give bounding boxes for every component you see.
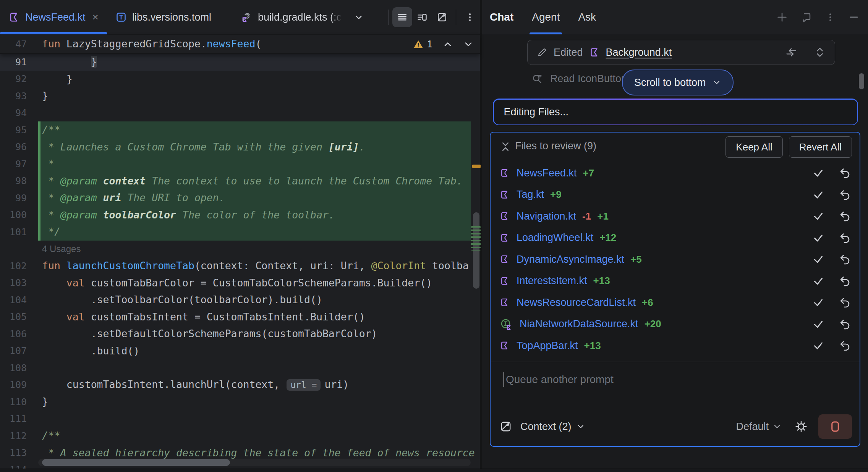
tab-libs-versions-toml[interactable]: T libs.versions.toml — [107, 0, 220, 34]
file-link[interactable]: NiaNetworkDataSource.kt — [520, 318, 638, 330]
usages-inlay-hint[interactable]: 4 Usages — [0, 241, 480, 258]
code-area[interactable]: 91 }92 }93}9495/**96 * Launches a Custom… — [0, 53, 480, 472]
chat-history-icon[interactable] — [801, 11, 812, 23]
code-line[interactable]: 101 */ — [0, 223, 480, 241]
code-line[interactable]: 96 * Launches a Custom Chrome Tab with t… — [0, 139, 480, 156]
stop-generation-button[interactable] — [818, 414, 852, 439]
file-link[interactable]: TopAppBar.kt — [517, 340, 578, 352]
code-line[interactable]: 103 val customTabBarColor = CustomTabCol… — [0, 275, 480, 292]
file-link[interactable]: LoadingWheel.kt — [517, 232, 593, 244]
revert-file-icon[interactable] — [838, 210, 850, 222]
code-line[interactable]: 110} — [0, 393, 480, 411]
expand-card-icon[interactable] — [814, 47, 826, 58]
file-link[interactable]: DynamicAsyncImage.kt — [517, 254, 624, 265]
file-link[interactable]: NewsResourceCardList.kt — [517, 297, 636, 309]
code-line[interactable]: 105 val customTabsIntent = CustomTabsInt… — [0, 309, 480, 326]
file-link[interactable]: Tag.kt — [517, 189, 544, 200]
code-line[interactable]: 111 — [0, 411, 480, 428]
keep-file-icon[interactable] — [812, 339, 824, 352]
code-line[interactable]: 104 .setToolbarColor(toolbarColor).build… — [0, 291, 480, 309]
editor-horizontal-scrollbar-thumb[interactable] — [42, 459, 230, 466]
file-link[interactable]: NewsFeed.kt — [517, 167, 577, 179]
settings-gear-icon[interactable] — [795, 420, 808, 433]
keep-file-icon[interactable] — [812, 167, 824, 179]
tab-newsfeed-kt[interactable]: NewsFeed.kt × — [0, 0, 107, 34]
code-line[interactable]: 99 * @param uri The URI to open. — [0, 189, 480, 207]
revert-file-icon[interactable] — [838, 232, 850, 244]
keep-file-icon[interactable] — [812, 210, 824, 222]
code-line[interactable]: 100 * @param toolbarColor The color of t… — [0, 207, 480, 224]
view-list-button[interactable] — [392, 7, 412, 27]
edited-file-link[interactable]: Background.kt — [606, 47, 672, 58]
toml-file-icon: T — [115, 11, 127, 23]
code-line[interactable]: 109 customTabsIntent.launchUrl(context, … — [0, 377, 480, 394]
prompt-input[interactable]: Queue another prompt — [504, 372, 614, 387]
revert-file-icon[interactable] — [838, 318, 850, 330]
panel-more-menu-icon[interactable] — [825, 12, 835, 22]
view-preview-button[interactable] — [432, 7, 452, 27]
revert-file-icon[interactable] — [838, 275, 850, 287]
revert-all-button[interactable]: Revert All — [789, 136, 852, 158]
revert-file-icon[interactable] — [838, 339, 850, 352]
code-line[interactable]: 92 } — [0, 71, 480, 88]
view-split-button[interactable] — [412, 7, 432, 27]
attach-image-icon[interactable] — [500, 420, 512, 433]
tab-agent[interactable]: Agent — [532, 0, 560, 34]
tab-ask[interactable]: Ask — [578, 0, 596, 34]
file-review-row: DynamicAsyncImage.kt+5 — [491, 249, 860, 270]
error-stripe-diff-marks[interactable] — [471, 226, 481, 251]
previous-warning-icon[interactable] — [442, 39, 453, 50]
code-line[interactable]: 93} — [0, 87, 480, 105]
revert-file-icon[interactable] — [838, 189, 850, 201]
code-line[interactable]: 97 * — [0, 155, 480, 173]
code-line[interactable]: 102fun launchCustomChromeTab(context: Co… — [0, 257, 480, 275]
usages-count-label[interactable]: 4 Usages — [42, 244, 81, 254]
minimize-panel-icon[interactable] — [848, 11, 860, 23]
chevron-down-icon[interactable] — [354, 12, 364, 22]
keep-file-icon[interactable] — [812, 232, 824, 244]
error-stripe-warning-mark[interactable] — [472, 165, 481, 168]
chevron-down-icon[interactable] — [772, 422, 782, 431]
next-warning-icon[interactable] — [463, 39, 474, 50]
keep-file-icon[interactable] — [812, 253, 824, 265]
code-line[interactable]: 108 — [0, 359, 480, 377]
close-tab-icon[interactable]: × — [92, 11, 99, 23]
scroll-to-bottom-button[interactable]: Scroll to bottom — [622, 70, 734, 95]
code-text: } — [42, 53, 480, 71]
code-line[interactable]: 107 .build() — [0, 343, 480, 360]
sticky-function-header[interactable]: 47 fun LazyStaggeredGridScope.newsFeed( … — [0, 35, 480, 54]
keep-file-icon[interactable] — [812, 318, 824, 330]
revert-file-icon[interactable] — [838, 253, 850, 265]
keep-file-icon[interactable] — [812, 296, 824, 309]
code-line[interactable]: 112/** — [0, 427, 480, 445]
tab-build-gradle-kts[interactable]: build.gradle.kts (:c — [231, 0, 372, 34]
chevron-down-icon[interactable] — [576, 422, 585, 431]
new-chat-icon[interactable] — [776, 11, 788, 23]
show-diff-icon[interactable] — [785, 47, 797, 58]
added-lines-badge: +12 — [599, 232, 616, 244]
chat-scrollbar-thumb[interactable] — [859, 73, 864, 89]
keep-file-icon[interactable] — [812, 275, 824, 287]
code-line[interactable]: 106 .setDefaultColorSchemeParams(customT… — [0, 325, 480, 343]
keep-all-button[interactable]: Keep All — [725, 136, 782, 158]
editor-vertical-scrollbar[interactable] — [473, 212, 479, 289]
editor-horizontal-scrollbar-track[interactable] — [38, 459, 471, 466]
code-line[interactable]: 98 * @param context The context to use t… — [0, 173, 480, 190]
revert-file-icon[interactable] — [838, 167, 850, 179]
model-dropdown[interactable]: Default — [736, 421, 769, 433]
file-link[interactable]: Navigation.kt — [517, 210, 576, 222]
revert-file-icon[interactable] — [838, 296, 850, 309]
editor-more-menu-icon[interactable] — [460, 7, 480, 27]
code-line[interactable]: 94 — [0, 105, 480, 122]
code-text: */ — [42, 223, 480, 241]
line-number: 109 — [0, 379, 38, 390]
context-dropdown[interactable]: Context (2) — [520, 421, 572, 433]
warning-icon[interactable] — [413, 39, 424, 50]
code-line[interactable]: 95/** — [0, 121, 480, 139]
collapse-section-icon[interactable] — [500, 141, 511, 152]
edited-file-card[interactable]: Edited Background.kt — [527, 40, 835, 65]
file-link[interactable]: InterestsItem.kt — [517, 275, 587, 287]
code-line[interactable]: 91 } — [0, 53, 480, 71]
keep-file-icon[interactable] — [812, 189, 824, 201]
search-file-icon — [531, 73, 543, 85]
